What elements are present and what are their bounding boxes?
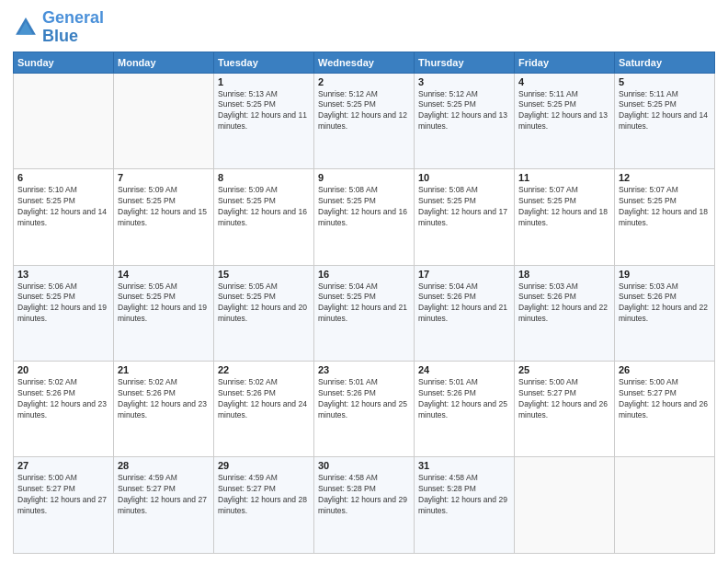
calendar-cell [615, 457, 715, 554]
day-info: Sunrise: 5:07 AM Sunset: 5:25 PM Dayligh… [619, 185, 711, 229]
calendar-cell: 31Sunrise: 4:58 AM Sunset: 5:28 PM Dayli… [415, 457, 515, 554]
day-info: Sunrise: 5:03 AM Sunset: 5:26 PM Dayligh… [619, 282, 711, 326]
calendar-cell: 29Sunrise: 4:59 AM Sunset: 5:27 PM Dayli… [214, 457, 314, 554]
calendar-week-3: 13Sunrise: 5:06 AM Sunset: 5:25 PM Dayli… [14, 265, 715, 361]
calendar-cell: 14Sunrise: 5:05 AM Sunset: 5:25 PM Dayli… [114, 265, 214, 361]
day-info: Sunrise: 5:13 AM Sunset: 5:25 PM Dayligh… [218, 89, 310, 133]
calendar-cell: 19Sunrise: 5:03 AM Sunset: 5:26 PM Dayli… [615, 265, 715, 361]
day-number: 31 [418, 460, 510, 471]
day-number: 13 [17, 269, 109, 280]
day-info: Sunrise: 5:08 AM Sunset: 5:25 PM Dayligh… [318, 185, 410, 229]
day-number: 15 [218, 269, 310, 280]
day-number: 3 [418, 76, 510, 87]
day-info: Sunrise: 5:08 AM Sunset: 5:25 PM Dayligh… [418, 185, 510, 229]
weekday-wednesday: Wednesday [314, 52, 415, 73]
day-info: Sunrise: 5:09 AM Sunset: 5:25 PM Dayligh… [218, 185, 310, 229]
day-info: Sunrise: 5:00 AM Sunset: 5:27 PM Dayligh… [619, 377, 711, 421]
calendar-cell: 23Sunrise: 5:01 AM Sunset: 5:26 PM Dayli… [314, 362, 415, 457]
day-info: Sunrise: 5:09 AM Sunset: 5:25 PM Dayligh… [118, 185, 210, 229]
day-info: Sunrise: 5:00 AM Sunset: 5:27 PM Dayligh… [518, 377, 610, 421]
logo-text: General Blue [42, 9, 104, 46]
day-number: 4 [518, 76, 610, 87]
calendar-cell: 8Sunrise: 5:09 AM Sunset: 5:25 PM Daylig… [214, 169, 314, 265]
day-number: 24 [418, 364, 510, 375]
day-info: Sunrise: 5:02 AM Sunset: 5:26 PM Dayligh… [17, 377, 109, 421]
weekday-sunday: Sunday [14, 52, 114, 73]
day-number: 14 [118, 269, 210, 280]
day-info: Sunrise: 5:03 AM Sunset: 5:26 PM Dayligh… [518, 282, 610, 326]
calendar-table: SundayMondayTuesdayWednesdayThursdayFrid… [13, 52, 715, 554]
weekday-saturday: Saturday [615, 52, 715, 73]
day-number: 17 [418, 269, 510, 280]
calendar-cell: 1Sunrise: 5:13 AM Sunset: 5:25 PM Daylig… [214, 73, 314, 168]
day-info: Sunrise: 5:01 AM Sunset: 5:26 PM Dayligh… [418, 377, 510, 421]
calendar-cell: 26Sunrise: 5:00 AM Sunset: 5:27 PM Dayli… [615, 362, 715, 457]
calendar-cell: 12Sunrise: 5:07 AM Sunset: 5:25 PM Dayli… [615, 169, 715, 265]
calendar-cell: 24Sunrise: 5:01 AM Sunset: 5:26 PM Dayli… [415, 362, 515, 457]
calendar-cell: 30Sunrise: 4:58 AM Sunset: 5:28 PM Dayli… [314, 457, 415, 554]
weekday-header-row: SundayMondayTuesdayWednesdayThursdayFrid… [14, 52, 715, 73]
calendar-cell: 2Sunrise: 5:12 AM Sunset: 5:25 PM Daylig… [314, 73, 415, 168]
calendar-cell: 6Sunrise: 5:10 AM Sunset: 5:25 PM Daylig… [14, 169, 114, 265]
calendar-cell [515, 457, 615, 554]
calendar-week-5: 27Sunrise: 5:00 AM Sunset: 5:27 PM Dayli… [14, 457, 715, 554]
weekday-thursday: Thursday [415, 52, 515, 73]
day-info: Sunrise: 5:05 AM Sunset: 5:25 PM Dayligh… [218, 282, 310, 326]
day-info: Sunrise: 5:07 AM Sunset: 5:25 PM Dayligh… [518, 185, 610, 229]
calendar-cell [114, 73, 214, 168]
calendar-week-2: 6Sunrise: 5:10 AM Sunset: 5:25 PM Daylig… [14, 169, 715, 265]
day-info: Sunrise: 5:11 AM Sunset: 5:25 PM Dayligh… [619, 89, 711, 133]
calendar-cell: 16Sunrise: 5:04 AM Sunset: 5:25 PM Dayli… [314, 265, 415, 361]
day-info: Sunrise: 5:05 AM Sunset: 5:25 PM Dayligh… [118, 282, 210, 326]
day-number: 9 [318, 172, 410, 183]
calendar-cell: 13Sunrise: 5:06 AM Sunset: 5:25 PM Dayli… [14, 265, 114, 361]
day-number: 19 [619, 269, 711, 280]
day-number: 8 [218, 172, 310, 183]
day-info: Sunrise: 5:12 AM Sunset: 5:25 PM Dayligh… [418, 89, 510, 133]
calendar-cell: 9Sunrise: 5:08 AM Sunset: 5:25 PM Daylig… [314, 169, 415, 265]
calendar-cell: 17Sunrise: 5:04 AM Sunset: 5:26 PM Dayli… [415, 265, 515, 361]
calendar-cell: 20Sunrise: 5:02 AM Sunset: 5:26 PM Dayli… [14, 362, 114, 457]
day-number: 18 [518, 269, 610, 280]
page: General Blue SundayMondayTuesdayWednesda… [0, 0, 728, 563]
day-info: Sunrise: 5:12 AM Sunset: 5:25 PM Dayligh… [318, 89, 410, 133]
weekday-monday: Monday [114, 52, 214, 73]
day-info: Sunrise: 5:04 AM Sunset: 5:25 PM Dayligh… [318, 282, 410, 326]
calendar-cell: 4Sunrise: 5:11 AM Sunset: 5:25 PM Daylig… [515, 73, 615, 168]
calendar-cell: 10Sunrise: 5:08 AM Sunset: 5:25 PM Dayli… [415, 169, 515, 265]
day-number: 11 [518, 172, 610, 183]
calendar-cell: 27Sunrise: 5:00 AM Sunset: 5:27 PM Dayli… [14, 457, 114, 554]
day-number: 28 [118, 460, 210, 471]
day-info: Sunrise: 5:01 AM Sunset: 5:26 PM Dayligh… [318, 377, 410, 421]
day-info: Sunrise: 5:10 AM Sunset: 5:25 PM Dayligh… [17, 185, 109, 229]
day-number: 20 [17, 364, 109, 375]
weekday-tuesday: Tuesday [214, 52, 314, 73]
day-info: Sunrise: 5:02 AM Sunset: 5:26 PM Dayligh… [218, 377, 310, 421]
day-info: Sunrise: 5:04 AM Sunset: 5:26 PM Dayligh… [418, 282, 510, 326]
calendar-cell: 15Sunrise: 5:05 AM Sunset: 5:25 PM Dayli… [214, 265, 314, 361]
day-number: 6 [17, 172, 109, 183]
calendar-cell: 3Sunrise: 5:12 AM Sunset: 5:25 PM Daylig… [415, 73, 515, 168]
day-number: 30 [318, 460, 410, 471]
calendar-cell: 22Sunrise: 5:02 AM Sunset: 5:26 PM Dayli… [214, 362, 314, 457]
day-number: 7 [118, 172, 210, 183]
day-number: 12 [619, 172, 711, 183]
day-number: 29 [218, 460, 310, 471]
calendar-cell [14, 73, 114, 168]
day-number: 26 [619, 364, 711, 375]
day-info: Sunrise: 5:02 AM Sunset: 5:26 PM Dayligh… [118, 377, 210, 421]
day-number: 27 [17, 460, 109, 471]
day-number: 16 [318, 269, 410, 280]
logo-icon [13, 15, 39, 40]
day-info: Sunrise: 5:11 AM Sunset: 5:25 PM Dayligh… [518, 89, 610, 133]
day-number: 5 [619, 76, 711, 87]
day-number: 10 [418, 172, 510, 183]
day-info: Sunrise: 4:58 AM Sunset: 5:28 PM Dayligh… [418, 473, 510, 517]
calendar-cell: 5Sunrise: 5:11 AM Sunset: 5:25 PM Daylig… [615, 73, 715, 168]
day-info: Sunrise: 4:58 AM Sunset: 5:28 PM Dayligh… [318, 473, 410, 517]
day-number: 2 [318, 76, 410, 87]
calendar-cell: 25Sunrise: 5:00 AM Sunset: 5:27 PM Dayli… [515, 362, 615, 457]
day-info: Sunrise: 4:59 AM Sunset: 5:27 PM Dayligh… [118, 473, 210, 517]
day-info: Sunrise: 5:06 AM Sunset: 5:25 PM Dayligh… [17, 282, 109, 326]
day-number: 21 [118, 364, 210, 375]
